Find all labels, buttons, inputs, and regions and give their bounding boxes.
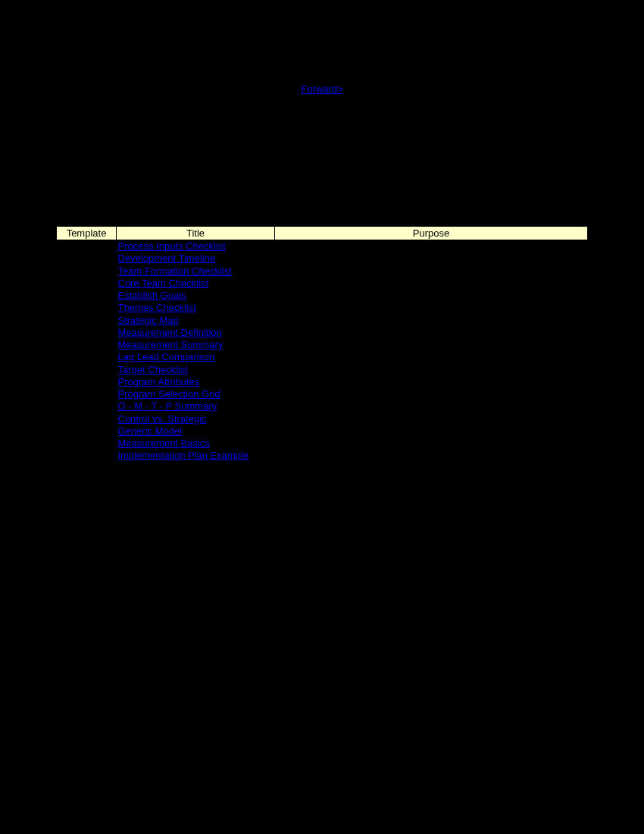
title-cell: Establish Goals [117, 290, 275, 302]
purpose-cell [275, 376, 588, 388]
template-cell [57, 240, 117, 253]
title-cell: Development Timeline [117, 252, 275, 265]
table-row: Measurement Definition [57, 327, 588, 339]
title-link[interactable]: Control vs. Strategic [118, 413, 207, 425]
title-link[interactable]: Core Team Checklist [118, 277, 209, 289]
purpose-cell [275, 277, 588, 290]
title-cell: Lag Lead Comparison [117, 351, 275, 363]
title-link[interactable]: O - M - T - P Summary [118, 400, 217, 412]
title-link[interactable]: Process Inputs Checklist [118, 240, 226, 252]
title-cell: Team Formation Checklist [117, 265, 275, 277]
title-link[interactable]: Measurement Definition [118, 327, 222, 338]
table-row: Lag Lead Comparison [57, 351, 588, 363]
purpose-cell [275, 413, 588, 425]
title-cell: Implementation Plan Example [117, 450, 275, 462]
title-cell: Program Attributes [117, 376, 275, 388]
table-row: Program Selection Grid [57, 388, 588, 400]
title-cell: O - M - T - P Summary [117, 400, 275, 412]
template-cell [57, 351, 117, 363]
title-cell: Process Inputs Checklist [117, 240, 275, 253]
template-cell [57, 413, 117, 425]
table-row: Process Inputs Checklist [57, 240, 588, 253]
template-cell [57, 302, 117, 314]
title-link[interactable]: Target Checklist [118, 364, 188, 375]
title-cell: Generic Model [117, 425, 275, 437]
title-link[interactable]: Themes Checklist [118, 302, 196, 313]
purpose-cell [275, 327, 588, 339]
table-row: Strategic Map [57, 315, 588, 327]
purpose-cell [275, 290, 588, 302]
purpose-cell [275, 351, 588, 363]
purpose-cell [275, 388, 588, 400]
table-row: Team Formation Checklist [57, 265, 588, 277]
purpose-cell [275, 265, 588, 277]
purpose-cell [275, 450, 588, 462]
template-cell [57, 388, 117, 400]
template-cell [57, 277, 117, 290]
top-nav: Forward> [0, 0, 644, 96]
purpose-cell [275, 339, 588, 351]
purpose-cell [275, 400, 588, 412]
purpose-cell [275, 240, 588, 253]
template-cell [57, 290, 117, 302]
title-link[interactable]: Establish Goals [118, 290, 186, 301]
title-cell: Measurement Basics [117, 437, 275, 450]
title-link[interactable]: Program Attributes [118, 376, 200, 387]
title-cell: Strategic Map [117, 315, 275, 327]
template-cell [57, 425, 117, 437]
title-link[interactable]: Development Timeline [118, 252, 216, 264]
title-cell: Measurement Definition [117, 327, 275, 339]
template-cell [57, 450, 117, 462]
template-cell [57, 252, 117, 265]
title-link[interactable]: Implementation Plan Example [118, 450, 249, 461]
table-row: Implementation Plan Example [57, 450, 588, 462]
purpose-cell [275, 252, 588, 265]
purpose-cell [275, 437, 588, 450]
template-cell [57, 327, 117, 339]
template-cell [57, 364, 117, 376]
title-link[interactable]: Measurement Summary [118, 339, 224, 350]
table-header-row: Template Title Purpose [57, 227, 588, 240]
purpose-cell [275, 364, 588, 376]
title-link[interactable]: Generic Model [118, 425, 183, 437]
table-row: Measurement Basics [57, 437, 588, 450]
template-cell [57, 376, 117, 388]
table-row: O - M - T - P Summary [57, 400, 588, 412]
table-row: Development Timeline [57, 252, 588, 265]
title-link[interactable]: Program Selection Grid [118, 388, 220, 400]
template-cell [57, 265, 117, 277]
table-row: Measurement Summary [57, 339, 588, 351]
template-cell [57, 437, 117, 450]
template-table: Template Title Purpose Process Inputs Ch… [56, 226, 588, 462]
template-table-wrap: Template Title Purpose Process Inputs Ch… [56, 226, 588, 462]
table-row: Establish Goals [57, 290, 588, 302]
table-row: Control vs. Strategic [57, 413, 588, 425]
col-template-header: Template [57, 227, 117, 240]
title-cell: Program Selection Grid [117, 388, 275, 400]
table-row: Core Team Checklist [57, 277, 588, 290]
template-cell [57, 339, 117, 351]
purpose-cell [275, 302, 588, 314]
col-title-header: Title [117, 227, 275, 240]
purpose-cell [275, 315, 588, 327]
table-row: Generic Model [57, 425, 588, 437]
template-cell [57, 400, 117, 412]
table-row: Program Attributes [57, 376, 588, 388]
table-row: Themes Checklist [57, 302, 588, 314]
title-link[interactable]: Measurement Basics [118, 437, 210, 449]
title-cell: Target Checklist [117, 364, 275, 376]
title-cell: Measurement Summary [117, 339, 275, 351]
title-cell: Core Team Checklist [117, 277, 275, 290]
title-link[interactable]: Team Formation Checklist [118, 265, 232, 277]
title-cell: Control vs. Strategic [117, 413, 275, 425]
table-row: Target Checklist [57, 364, 588, 376]
purpose-cell [275, 425, 588, 437]
title-link[interactable]: Strategic Map [118, 315, 179, 326]
title-link[interactable]: Lag Lead Comparison [118, 351, 215, 362]
title-cell: Themes Checklist [117, 302, 275, 314]
forward-link[interactable]: Forward> [301, 83, 342, 95]
col-purpose-header: Purpose [275, 227, 588, 240]
template-cell [57, 315, 117, 327]
